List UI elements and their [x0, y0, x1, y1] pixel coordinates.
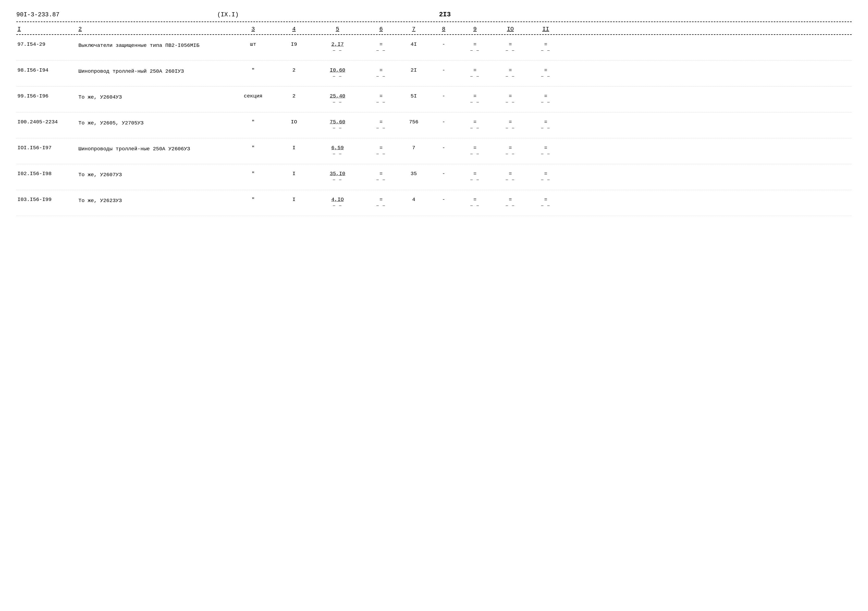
cell-col8: -	[430, 170, 457, 177]
cell-col6: = — —	[365, 144, 397, 156]
table-row: IOI.I56-I97 Шинопроводы троллей-ные 250А…	[16, 138, 852, 164]
table-body: 97.I54-29 Выключатели защищенные типа ПВ…	[16, 35, 852, 216]
cell-col11: = — —	[528, 144, 563, 156]
col-header-10: IO	[493, 26, 528, 32]
cell-col10: = — —	[493, 195, 528, 208]
table-row: I02.I56-I98 То же, У2607УЗ " I 35,I0 — —…	[16, 164, 852, 190]
cell-qty: I	[277, 195, 310, 203]
cell-col10: = — —	[493, 40, 528, 53]
cell-col7: 4I	[397, 40, 430, 47]
cell-col11: = — —	[528, 92, 563, 104]
cell-col8: -	[430, 40, 457, 47]
cell-unit: "	[229, 144, 277, 151]
cell-id: 98.I56-I94	[16, 66, 76, 73]
cell-col6: = — —	[365, 66, 397, 78]
cell-col8: -	[430, 195, 457, 203]
cell-price: 6,59 — —	[310, 144, 365, 156]
table-row: 99.I56-I96 То же, У2604УЗ секция 2 25,40…	[16, 87, 852, 112]
cell-col9: = — —	[457, 40, 493, 53]
cell-col11: = — —	[528, 170, 563, 182]
cell-id: IOI.I56-I97	[16, 144, 76, 151]
cell-col8: -	[430, 144, 457, 151]
cell-col6: = — —	[365, 40, 397, 53]
cell-qty: IO	[277, 118, 310, 125]
cell-col9: = — —	[457, 195, 493, 208]
cell-col9: = — —	[457, 118, 493, 130]
cell-description: То же, У2604УЗ	[76, 92, 229, 101]
col-header-2: 2	[76, 26, 229, 32]
cell-unit: секция	[229, 92, 277, 99]
table-row: 97.I54-29 Выключатели защищенные типа ПВ…	[16, 35, 852, 61]
cell-price: 2,I7 — —	[310, 40, 365, 53]
cell-description: Шинопроводы троллей-ные 250А У2606УЗ	[76, 144, 229, 153]
cell-col9: = — —	[457, 170, 493, 182]
subtitle: (IX.I)	[38, 11, 418, 18]
col-header-9: 9	[457, 26, 493, 32]
cell-id: 99.I56-I96	[16, 92, 76, 99]
cell-col7: 5I	[397, 92, 430, 99]
cell-col11: = — —	[528, 66, 563, 78]
cell-col7: 35	[397, 170, 430, 177]
cell-col8: -	[430, 118, 457, 125]
cell-col8: -	[430, 66, 457, 73]
cell-col10: = — —	[493, 66, 528, 78]
table-row: I03.I56-I99 То же, У2623УЗ " I 4,IO — — …	[16, 190, 852, 216]
col-header-8: 8	[430, 26, 457, 32]
cell-qty: 2	[277, 92, 310, 99]
cell-description: То же, У2623УЗ	[76, 195, 229, 205]
cell-col10: = — —	[493, 92, 528, 104]
cell-col11: = — —	[528, 195, 563, 208]
page-header: 90I-3-233.87 (IX.I) 2I3	[16, 11, 852, 18]
cell-col10: = — —	[493, 170, 528, 182]
col-header-4: 4	[277, 26, 310, 32]
cell-col6: = — —	[365, 118, 397, 130]
cell-description: То же, У2605, У2705УЗ	[76, 118, 229, 127]
col-header-11: II	[528, 26, 563, 32]
page-number: 2I3	[418, 11, 472, 18]
col-header-7: 7	[397, 26, 430, 32]
cell-col8: -	[430, 92, 457, 99]
cell-unit: "	[229, 66, 277, 73]
cell-unit: "	[229, 118, 277, 125]
cell-unit: "	[229, 170, 277, 177]
cell-col10: = — —	[493, 144, 528, 156]
cell-col7: 7	[397, 144, 430, 151]
cell-id: I03.I56-I99	[16, 195, 76, 203]
cell-col9: = — —	[457, 144, 493, 156]
cell-id: I00.2405-2234	[16, 118, 76, 125]
cell-id: 97.I54-29	[16, 40, 76, 47]
cell-price: 25,40 — —	[310, 92, 365, 104]
cell-price: 4,IO — —	[310, 195, 365, 208]
cell-col7: 4	[397, 195, 430, 203]
cell-description: То же, У2607УЗ	[76, 170, 229, 179]
cell-col7: 756	[397, 118, 430, 125]
cell-qty: I	[277, 144, 310, 151]
col-header-5: 5	[310, 26, 365, 32]
col-header-6: 6	[365, 26, 397, 32]
cell-price: I0,60 — —	[310, 66, 365, 78]
cell-col6: = — —	[365, 195, 397, 208]
cell-col11: = — —	[528, 40, 563, 53]
cell-qty: 2	[277, 66, 310, 73]
cell-description: Выключатели защищенные типа ПВ2-I056МIБ	[76, 40, 229, 50]
cell-description: Шинопровод троллей-ный 250А 260IУЗ	[76, 66, 229, 75]
table-row: 98.I56-I94 Шинопровод троллей-ный 250А 2…	[16, 61, 852, 87]
cell-unit: шт	[229, 40, 277, 47]
cell-col11: = — —	[528, 118, 563, 130]
cell-col6: = — —	[365, 92, 397, 104]
cell-unit: "	[229, 195, 277, 203]
col-header-1: I	[16, 26, 76, 32]
cell-qty: I	[277, 170, 310, 177]
table-row: I00.2405-2234 То же, У2605, У2705УЗ " IO…	[16, 112, 852, 138]
cell-col7: 2I	[397, 66, 430, 73]
col-header-3: 3	[229, 26, 277, 32]
cell-col6: = — —	[365, 170, 397, 182]
cell-id: I02.I56-I98	[16, 170, 76, 177]
cell-price: 75,60 — —	[310, 118, 365, 130]
cell-price: 35,I0 — —	[310, 170, 365, 182]
cell-col9: = — —	[457, 66, 493, 78]
cell-col9: = — —	[457, 92, 493, 104]
column-headers: I 2 3 4 5 6 7 8 9 IO II	[16, 22, 852, 35]
cell-qty: I9	[277, 40, 310, 47]
cell-col10: = — —	[493, 118, 528, 130]
